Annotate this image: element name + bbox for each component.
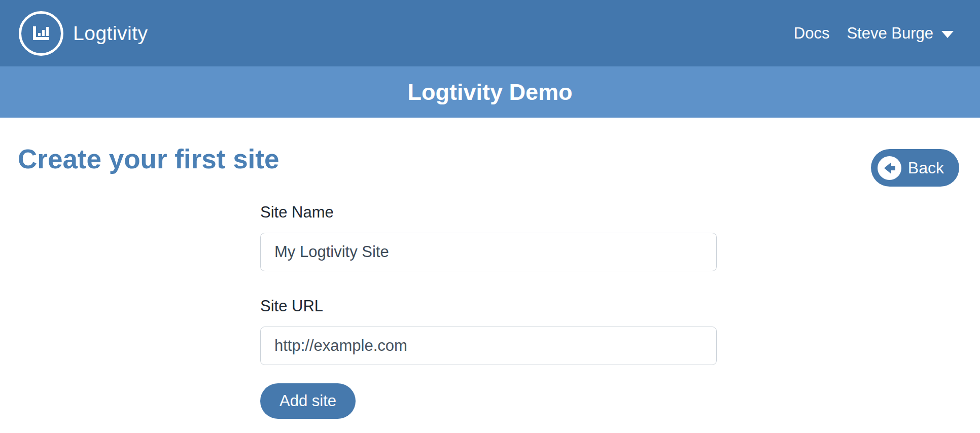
back-button-label: Back (908, 159, 944, 177)
user-menu[interactable]: Steve Burge (847, 24, 954, 43)
nav-link-docs[interactable]: Docs (794, 24, 830, 43)
page-title: Create your first site (18, 145, 279, 174)
site-name-input[interactable] (260, 233, 717, 271)
add-site-button[interactable]: Add site (260, 383, 356, 419)
site-url-label: Site URL (260, 297, 323, 315)
logtivity-logo-icon (19, 11, 63, 56)
chevron-down-icon (941, 31, 954, 38)
site-url-input[interactable] (260, 327, 717, 365)
brand[interactable]: Logtivity (19, 11, 148, 56)
top-navbar: Logtivity Docs Steve Burge (0, 0, 980, 66)
main-content: Create your first site Back Site Name Si… (0, 141, 980, 419)
heading-row: Create your first site Back (18, 141, 959, 187)
create-site-form: Site Name Site URL Add site (260, 203, 717, 419)
site-name-label: Site Name (260, 203, 334, 222)
navbar-links: Docs Steve Burge (794, 24, 954, 43)
site-banner: Logtivity Demo (0, 66, 980, 118)
site-banner-title: Logtivity Demo (407, 79, 572, 105)
user-name: Steve Burge (847, 24, 933, 43)
brand-name: Logtivity (73, 22, 148, 45)
back-button[interactable]: Back (871, 149, 959, 187)
arrow-left-circle-icon (878, 156, 901, 180)
